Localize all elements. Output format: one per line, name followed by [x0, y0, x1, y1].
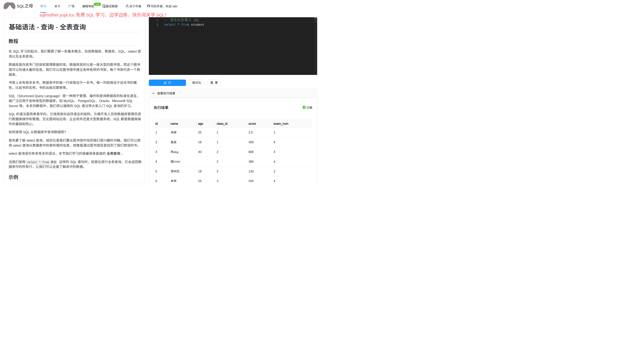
- svg-text:Microsoft SQL: Microsoft SQL: [112, 99, 133, 103]
- svg-text:SQL: SQL: [9, 112, 15, 116]
- svg-text:exam_num: exam_num: [274, 122, 289, 126]
- svg-text:56: 56: [198, 180, 201, 182]
- svg-text:3: 3: [217, 170, 219, 173]
- svg-text:SQL: SQL: [118, 50, 125, 53]
- svg-text:2: 2: [217, 160, 219, 163]
- svg-text:SQL: SQL: [194, 18, 199, 22]
- svg-text:select: select: [164, 23, 176, 26]
- svg-text:4: 4: [274, 140, 275, 144]
- svg-text:from: from: [181, 23, 189, 26]
- svg-text:select: select: [13, 144, 22, 147]
- svg-text:2: 2: [155, 140, 157, 144]
- svg-text:select: select: [9, 152, 17, 156]
- svg-text:select: select: [128, 50, 137, 53]
- svg-text:sqlmother.yupi.icu: sqlmother.yupi.icu: [40, 12, 74, 18]
- svg-text:4: 4: [155, 160, 157, 163]
- svg-text:1: 1: [156, 18, 158, 22]
- svg-text:2.5: 2.5: [249, 131, 253, 134]
- svg-text:PostgreSQL: PostgreSQL: [78, 99, 96, 103]
- svg-text:select: select: [27, 138, 35, 142]
- svg-text:select * from: select * from: [27, 161, 49, 164]
- svg-text:120: 120: [249, 170, 254, 173]
- svg-text:Oracle: Oracle: [99, 99, 109, 103]
- svg-text:age: age: [198, 122, 203, 125]
- svg-text:SQL: SQL: [13, 50, 20, 53]
- svg-text:SQL: SQL: [156, 13, 164, 18]
- svg-text:1: 1: [217, 131, 219, 134]
- svg-text:student: student: [191, 23, 204, 26]
- svg-text:25: 25: [198, 131, 201, 134]
- svg-text:18: 18: [198, 140, 201, 144]
- svg-text:600: 600: [249, 150, 254, 154]
- svg-text:1: 1: [217, 140, 219, 144]
- svg-text:?: ?: [64, 130, 66, 134]
- svg-text:SQL: SQL: [17, 4, 25, 8]
- svg-text:new: new: [95, 3, 100, 6]
- svg-text:SQL: SQL: [23, 130, 30, 134]
- svg-text:40: 40: [198, 150, 201, 154]
- svg-text:class_id: class_id: [217, 122, 228, 126]
- svg-text:4: 4: [274, 180, 275, 182]
- svg-text:6: 6: [155, 180, 157, 182]
- svg-text:4: 4: [274, 150, 275, 154]
- svg-text:Server: Server: [9, 104, 18, 108]
- svg-text:--: --: [164, 18, 168, 22]
- svg-text:SQL: SQL: [113, 117, 120, 121]
- svg-text:400: 400: [249, 140, 254, 144]
- svg-text:2: 2: [156, 23, 158, 26]
- svg-text:SQL: SQL: [74, 104, 81, 108]
- svg-text:*: *: [177, 23, 179, 26]
- svg-text:id: id: [155, 122, 158, 125]
- svg-text:5: 5: [155, 170, 157, 173]
- svg-text:3: 3: [155, 150, 157, 154]
- svg-text:Structured Query Language: Structured Query Language: [19, 94, 59, 98]
- svg-text:SQL: SQL: [70, 160, 77, 164]
- svg-text:360: 360: [249, 160, 254, 163]
- svg-text:SQL: SQL: [106, 104, 113, 108]
- svg-text:1: 1: [155, 131, 157, 134]
- svg-text:500: 500: [249, 180, 254, 182]
- svg-text:name: name: [171, 122, 178, 125]
- svg-text:19: 19: [198, 170, 201, 173]
- svg-text:2: 2: [217, 150, 219, 154]
- svg-text:MySQL: MySQL: [64, 99, 75, 103]
- svg-text:3: 3: [217, 180, 219, 182]
- svg-text:score: score: [249, 122, 256, 125]
- svg-text:1: 1: [274, 131, 275, 134]
- svg-text:2: 2: [274, 170, 275, 173]
- svg-text:FISH: FISH: [174, 160, 180, 163]
- svg-text:SQL: SQL: [86, 13, 94, 18]
- svg-text:4: 4: [274, 160, 275, 163]
- svg-text:dog: dog: [174, 150, 178, 154]
- svg-text:star: star: [172, 5, 177, 8]
- svg-text:SQL: SQL: [9, 94, 15, 98]
